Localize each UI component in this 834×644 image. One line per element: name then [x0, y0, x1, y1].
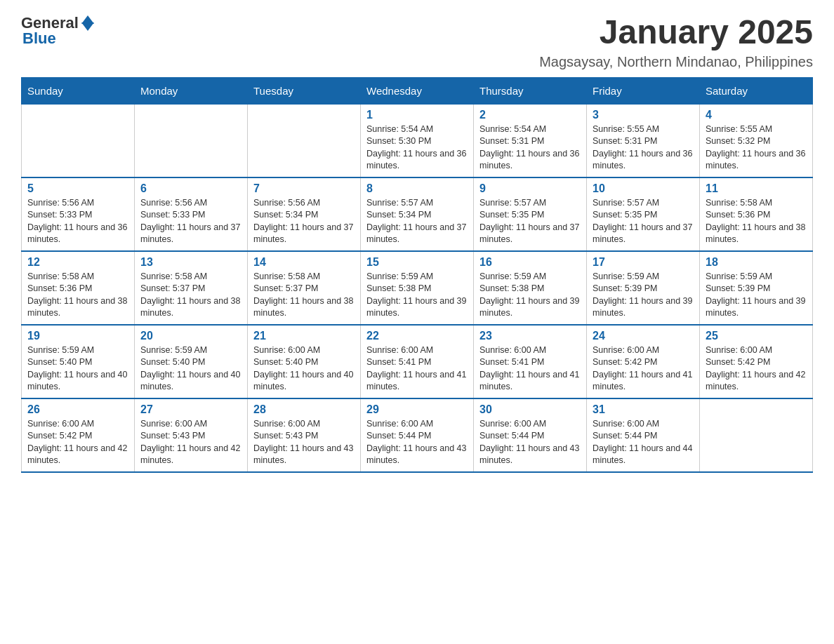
day-number-17: 17: [593, 256, 694, 269]
day-number-23: 23: [479, 330, 581, 342]
day-info-25: Sunrise: 6:00 AM Sunset: 5:42 PM Dayligh…: [706, 344, 807, 394]
day-number-13: 13: [140, 256, 241, 269]
week-row-5: 26Sunrise: 6:00 AM Sunset: 5:42 PM Dayli…: [22, 398, 813, 472]
empty-cell: [700, 398, 813, 472]
day-number-16: 16: [479, 256, 581, 269]
day-cell-16: 16Sunrise: 5:59 AM Sunset: 5:38 PM Dayli…: [474, 251, 587, 325]
day-cell-18: 18Sunrise: 5:59 AM Sunset: 5:39 PM Dayli…: [700, 251, 813, 325]
day-info-10: Sunrise: 5:57 AM Sunset: 5:35 PM Dayligh…: [593, 197, 694, 246]
header-tuesday: Tuesday: [248, 77, 361, 104]
day-number-2: 2: [479, 109, 581, 121]
day-number-19: 19: [27, 330, 128, 342]
logo: General Blue: [21, 14, 94, 48]
day-number-4: 4: [706, 109, 807, 121]
day-info-23: Sunrise: 6:00 AM Sunset: 5:41 PM Dayligh…: [479, 344, 581, 394]
empty-cell: [135, 104, 248, 177]
day-info-5: Sunrise: 5:56 AM Sunset: 5:33 PM Dayligh…: [27, 197, 128, 246]
day-number-27: 27: [140, 403, 241, 416]
header-thursday: Thursday: [474, 77, 587, 104]
day-number-9: 9: [479, 182, 581, 195]
day-cell-3: 3Sunrise: 5:55 AM Sunset: 5:31 PM Daylig…: [587, 104, 700, 177]
empty-cell: [248, 104, 361, 177]
day-cell-15: 15Sunrise: 5:59 AM Sunset: 5:38 PM Dayli…: [361, 251, 474, 325]
day-cell-11: 11Sunrise: 5:58 AM Sunset: 5:36 PM Dayli…: [700, 177, 813, 251]
main-title: January 2025: [539, 14, 813, 51]
day-info-19: Sunrise: 5:59 AM Sunset: 5:40 PM Dayligh…: [27, 344, 128, 394]
day-cell-25: 25Sunrise: 6:00 AM Sunset: 5:42 PM Dayli…: [700, 325, 813, 398]
day-number-5: 5: [27, 182, 128, 195]
day-number-20: 20: [140, 330, 241, 342]
day-number-21: 21: [253, 330, 355, 342]
day-cell-29: 29Sunrise: 6:00 AM Sunset: 5:44 PM Dayli…: [361, 398, 474, 472]
week-row-2: 5Sunrise: 5:56 AM Sunset: 5:33 PM Daylig…: [22, 177, 813, 251]
day-cell-9: 9Sunrise: 5:57 AM Sunset: 5:35 PM Daylig…: [474, 177, 587, 251]
day-cell-1: 1Sunrise: 5:54 AM Sunset: 5:30 PM Daylig…: [361, 104, 474, 177]
day-number-11: 11: [706, 182, 807, 195]
day-cell-8: 8Sunrise: 5:57 AM Sunset: 5:34 PM Daylig…: [361, 177, 474, 251]
calendar-body: 1Sunrise: 5:54 AM Sunset: 5:30 PM Daylig…: [22, 104, 813, 472]
day-cell-5: 5Sunrise: 5:56 AM Sunset: 5:33 PM Daylig…: [22, 177, 135, 251]
day-info-21: Sunrise: 6:00 AM Sunset: 5:40 PM Dayligh…: [253, 344, 355, 394]
day-number-28: 28: [253, 403, 355, 416]
day-cell-14: 14Sunrise: 5:58 AM Sunset: 5:37 PM Dayli…: [248, 251, 361, 325]
day-cell-6: 6Sunrise: 5:56 AM Sunset: 5:33 PM Daylig…: [135, 177, 248, 251]
header-sunday: Sunday: [22, 77, 135, 104]
day-info-4: Sunrise: 5:55 AM Sunset: 5:32 PM Dayligh…: [706, 123, 807, 173]
day-cell-31: 31Sunrise: 6:00 AM Sunset: 5:44 PM Dayli…: [587, 398, 700, 472]
day-cell-22: 22Sunrise: 6:00 AM Sunset: 5:41 PM Dayli…: [361, 325, 474, 398]
day-cell-13: 13Sunrise: 5:58 AM Sunset: 5:37 PM Dayli…: [135, 251, 248, 325]
day-info-27: Sunrise: 6:00 AM Sunset: 5:43 PM Dayligh…: [140, 418, 241, 467]
day-info-9: Sunrise: 5:57 AM Sunset: 5:35 PM Dayligh…: [479, 197, 581, 246]
day-info-2: Sunrise: 5:54 AM Sunset: 5:31 PM Dayligh…: [479, 123, 581, 173]
day-number-3: 3: [593, 109, 694, 121]
day-number-25: 25: [706, 330, 807, 342]
day-info-14: Sunrise: 5:58 AM Sunset: 5:37 PM Dayligh…: [253, 271, 355, 320]
day-cell-17: 17Sunrise: 5:59 AM Sunset: 5:39 PM Dayli…: [587, 251, 700, 325]
day-info-6: Sunrise: 5:56 AM Sunset: 5:33 PM Dayligh…: [140, 197, 241, 246]
day-info-16: Sunrise: 5:59 AM Sunset: 5:38 PM Dayligh…: [479, 271, 581, 320]
day-cell-7: 7Sunrise: 5:56 AM Sunset: 5:34 PM Daylig…: [248, 177, 361, 251]
day-info-26: Sunrise: 6:00 AM Sunset: 5:42 PM Dayligh…: [27, 418, 128, 467]
day-info-12: Sunrise: 5:58 AM Sunset: 5:36 PM Dayligh…: [27, 271, 128, 320]
day-cell-4: 4Sunrise: 5:55 AM Sunset: 5:32 PM Daylig…: [700, 104, 813, 177]
day-info-7: Sunrise: 5:56 AM Sunset: 5:34 PM Dayligh…: [253, 197, 355, 246]
day-cell-28: 28Sunrise: 6:00 AM Sunset: 5:43 PM Dayli…: [248, 398, 361, 472]
day-number-6: 6: [140, 182, 241, 195]
day-number-8: 8: [366, 182, 468, 195]
day-number-10: 10: [593, 182, 694, 195]
header: General Blue January 2025 Magsaysay, Nor…: [21, 14, 813, 70]
day-info-30: Sunrise: 6:00 AM Sunset: 5:44 PM Dayligh…: [479, 418, 581, 467]
day-info-11: Sunrise: 5:58 AM Sunset: 5:36 PM Dayligh…: [706, 197, 807, 246]
day-number-18: 18: [706, 256, 807, 269]
week-row-3: 12Sunrise: 5:58 AM Sunset: 5:36 PM Dayli…: [22, 251, 813, 325]
header-friday: Friday: [587, 77, 700, 104]
day-info-20: Sunrise: 5:59 AM Sunset: 5:40 PM Dayligh…: [140, 344, 241, 394]
day-number-15: 15: [366, 256, 468, 269]
day-cell-26: 26Sunrise: 6:00 AM Sunset: 5:42 PM Dayli…: [22, 398, 135, 472]
day-cell-30: 30Sunrise: 6:00 AM Sunset: 5:44 PM Dayli…: [474, 398, 587, 472]
header-saturday: Saturday: [700, 77, 813, 104]
week-row-4: 19Sunrise: 5:59 AM Sunset: 5:40 PM Dayli…: [22, 325, 813, 398]
day-cell-10: 10Sunrise: 5:57 AM Sunset: 5:35 PM Dayli…: [587, 177, 700, 251]
day-info-22: Sunrise: 6:00 AM Sunset: 5:41 PM Dayligh…: [366, 344, 468, 394]
title-area: January 2025 Magsaysay, Northern Mindana…: [539, 14, 813, 70]
day-cell-2: 2Sunrise: 5:54 AM Sunset: 5:31 PM Daylig…: [474, 104, 587, 177]
subtitle: Magsaysay, Northern Mindanao, Philippine…: [539, 54, 813, 70]
day-info-3: Sunrise: 5:55 AM Sunset: 5:31 PM Dayligh…: [593, 123, 694, 173]
day-number-30: 30: [479, 403, 581, 416]
empty-cell: [22, 104, 135, 177]
day-number-12: 12: [27, 256, 128, 269]
day-info-15: Sunrise: 5:59 AM Sunset: 5:38 PM Dayligh…: [366, 271, 468, 320]
day-cell-27: 27Sunrise: 6:00 AM Sunset: 5:43 PM Dayli…: [135, 398, 248, 472]
day-info-28: Sunrise: 6:00 AM Sunset: 5:43 PM Dayligh…: [253, 418, 355, 467]
day-number-7: 7: [253, 182, 355, 195]
day-info-8: Sunrise: 5:57 AM Sunset: 5:34 PM Dayligh…: [366, 197, 468, 246]
calendar-header: SundayMondayTuesdayWednesdayThursdayFrid…: [22, 77, 813, 104]
day-number-29: 29: [366, 403, 468, 416]
header-wednesday: Wednesday: [361, 77, 474, 104]
header-monday: Monday: [135, 77, 248, 104]
day-number-26: 26: [27, 403, 128, 416]
day-info-29: Sunrise: 6:00 AM Sunset: 5:44 PM Dayligh…: [366, 418, 468, 467]
day-cell-21: 21Sunrise: 6:00 AM Sunset: 5:40 PM Dayli…: [248, 325, 361, 398]
day-info-13: Sunrise: 5:58 AM Sunset: 5:37 PM Dayligh…: [140, 271, 241, 320]
